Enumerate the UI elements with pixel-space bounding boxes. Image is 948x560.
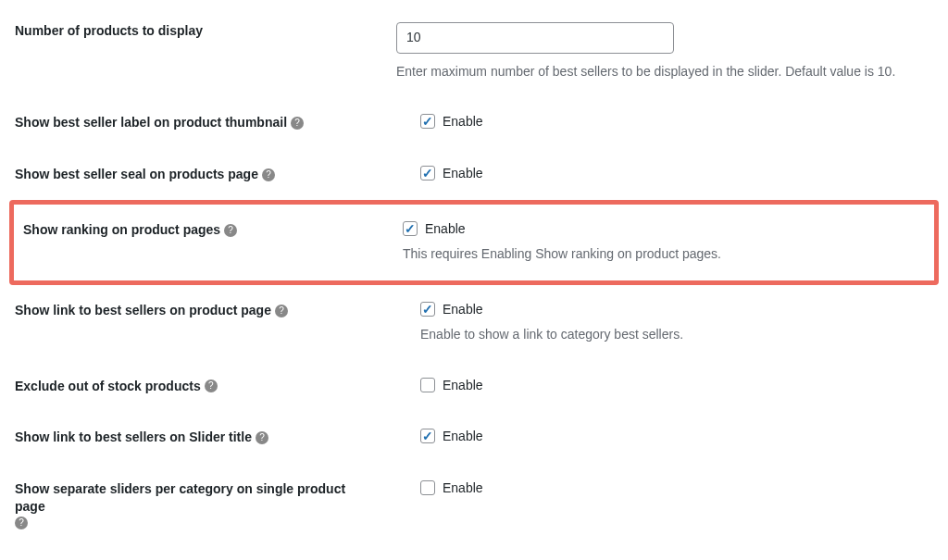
setting-row-seal-page: Show best seller seal on products page ?…: [15, 149, 933, 201]
show-seal-page-checkbox-label[interactable]: Enable: [443, 166, 483, 180]
link-slider-title-checkbox[interactable]: [420, 429, 435, 443]
show-seal-page-checkbox[interactable]: [420, 166, 435, 180]
control-show-ranking: Enable This requires Enabling Show ranki…: [382, 221, 925, 264]
label-show-label-thumb: Show best seller label on product thumbn…: [15, 114, 385, 132]
show-ranking-checkbox[interactable]: [403, 221, 418, 236]
info-icon[interactable]: ?: [15, 516, 28, 529]
info-icon[interactable]: ?: [224, 224, 237, 237]
label-exclude-oos: Exclude out of stock products ?: [15, 378, 385, 396]
show-ranking-help: This requires Enabling Show ranking on p…: [403, 245, 925, 264]
label-show-seal-page: Show best seller seal on products page ?: [15, 166, 385, 184]
link-product-page-checkbox-label[interactable]: Enable: [443, 302, 483, 317]
label-show-ranking: Show ranking on product pages ?: [23, 221, 382, 240]
setting-row-link-slider-title: Show link to best sellers on Slider titl…: [15, 412, 933, 464]
control-show-label-thumb: Enable: [385, 114, 933, 129]
setting-row-exclude-oos: Exclude out of stock products ? Enable: [15, 361, 933, 413]
separate-sliders-checkbox[interactable]: [420, 480, 435, 495]
control-separate-sliders: Enable: [385, 480, 933, 495]
control-num-products: Enter maximum number of best sellers to …: [385, 22, 933, 81]
num-products-input[interactable]: [396, 22, 674, 54]
label-link-slider-title: Show link to best sellers on Slider titl…: [15, 429, 385, 447]
settings-form: Number of products to display Enter maxi…: [15, 17, 933, 546]
link-product-page-help: Enable to show a link to category best s…: [420, 326, 933, 344]
setting-row-num-products: Number of products to display Enter maxi…: [15, 17, 933, 97]
show-label-thumb-checkbox-label[interactable]: Enable: [443, 114, 483, 129]
setting-row-show-ranking: Show ranking on product pages ? Enable T…: [9, 200, 939, 285]
label-num-products: Number of products to display: [15, 22, 385, 41]
link-product-page-checkbox[interactable]: [420, 302, 435, 317]
setting-row-label-thumb: Show best seller label on product thumbn…: [15, 97, 933, 149]
show-ranking-checkbox-label[interactable]: Enable: [425, 221, 466, 236]
info-icon[interactable]: ?: [291, 117, 304, 130]
control-exclude-oos: Enable: [385, 378, 933, 392]
info-icon[interactable]: ?: [205, 380, 218, 392]
label-separate-sliders: Show separate sliders per category on si…: [15, 480, 385, 529]
num-products-help: Enter maximum number of best sellers to …: [396, 63, 933, 81]
control-link-slider-title: Enable: [385, 429, 933, 443]
info-icon[interactable]: ?: [256, 431, 268, 444]
link-slider-title-checkbox-label[interactable]: Enable: [443, 429, 483, 443]
separate-sliders-checkbox-label[interactable]: Enable: [443, 480, 483, 495]
label-link-product-page: Show link to best sellers on product pag…: [15, 302, 385, 320]
exclude-oos-checkbox[interactable]: [420, 378, 435, 392]
info-icon[interactable]: ?: [275, 305, 288, 317]
control-show-seal-page: Enable: [385, 166, 933, 180]
setting-row-link-product-page: Show link to best sellers on product pag…: [15, 285, 933, 361]
control-link-product-page: Enable Enable to show a link to category…: [385, 302, 933, 344]
setting-row-separate-sliders: Show separate sliders per category on si…: [15, 464, 933, 546]
exclude-oos-checkbox-label[interactable]: Enable: [443, 378, 483, 392]
show-label-thumb-checkbox[interactable]: [420, 114, 435, 129]
info-icon[interactable]: ?: [262, 168, 275, 181]
